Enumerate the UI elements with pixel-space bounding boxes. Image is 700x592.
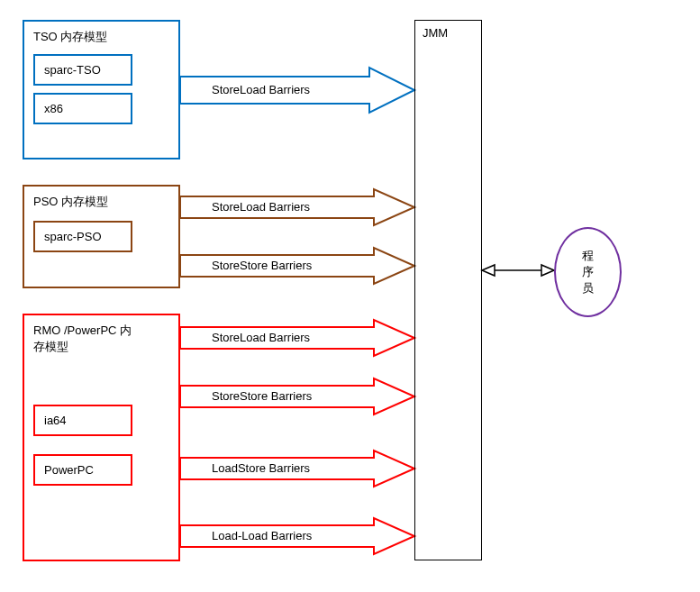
pso-model-box: PSO 内存模型 sparc-PSO <box>23 185 180 288</box>
jmm-box: JMM <box>414 20 482 560</box>
programmer-label-0: 程 <box>582 248 594 264</box>
rmo-item-ia64: ia64 <box>33 405 132 436</box>
tso-model-box: TSO 内存模型 sparc-TSO x86 <box>23 20 180 159</box>
rmo-model-box: RMO /PowerPC 内存模型 ia64 PowerPC <box>23 314 180 561</box>
rmo-barrier-label-3: Load-Load Barriers <box>212 529 312 542</box>
svg-marker-8 <box>482 265 495 276</box>
rmo-barrier-label-2: LoadStore Barriers <box>212 461 310 475</box>
pso-barrier-label-0: StoreLoad Barriers <box>212 200 310 214</box>
pso-item-sparc: sparc-PSO <box>33 221 132 252</box>
tso-barrier-label: StoreLoad Barriers <box>212 83 310 96</box>
tso-title: TSO 内存模型 <box>33 29 169 45</box>
rmo-title: RMO /PowerPC 内存模型 <box>33 323 141 355</box>
jmm-programmer-arrow <box>482 261 554 279</box>
pso-title: PSO 内存模型 <box>33 194 169 210</box>
svg-marker-9 <box>541 265 554 276</box>
jmm-label: JMM <box>423 26 448 40</box>
tso-item-x86: x86 <box>33 93 132 124</box>
programmer-label-2: 员 <box>582 280 594 296</box>
tso-item-sparc: sparc-TSO <box>33 54 132 86</box>
rmo-item-powerpc: PowerPC <box>33 454 132 486</box>
rmo-barrier-label-1: StoreStore Barriers <box>212 389 312 403</box>
rmo-barrier-label-0: StoreLoad Barriers <box>212 331 310 344</box>
pso-barrier-label-1: StoreStore Barriers <box>212 259 312 272</box>
programmer-label-1: 序 <box>582 264 594 280</box>
programmer-ellipse: 程 序 员 <box>554 227 622 317</box>
